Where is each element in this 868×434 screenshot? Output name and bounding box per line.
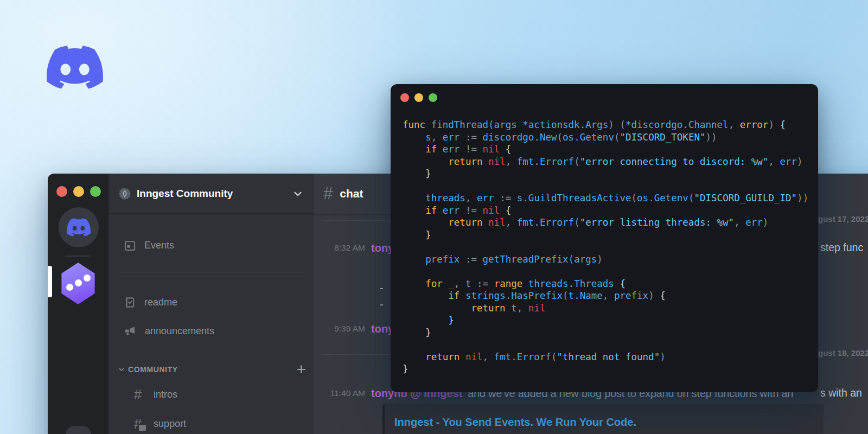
rail-divider (65, 256, 91, 257)
add-channel-button[interactable]: + (296, 361, 306, 378)
close-window-button[interactable] (56, 186, 67, 197)
close-window-button[interactable] (400, 93, 409, 102)
server-badge-icon (119, 188, 131, 200)
code-editor-content: func findThread(args *actionsdk.Args) (*… (403, 119, 814, 375)
channel-hash-icon: # (323, 184, 333, 203)
hash-icon: # (130, 387, 145, 401)
embed-title-link[interactable]: Inngest - You Send Events. We Run Your C… (394, 416, 813, 429)
discord-home-icon (67, 215, 91, 239)
link-embed: Inngest - You Send Events. We Run Your C… (382, 404, 824, 434)
list-bullet: - (380, 298, 384, 311)
sidebar-item-announcements[interactable]: announcements (124, 320, 306, 342)
discord-home-button[interactable] (59, 207, 99, 247)
events-label: Events (144, 240, 174, 251)
chat-bubble-badge (138, 424, 147, 432)
message-timestamp: 9:39 AM (314, 324, 365, 334)
minimize-window-button[interactable] (73, 186, 84, 197)
discord-logo-icon (47, 39, 103, 95)
message-text-fragment: step func (820, 241, 863, 254)
calendar-icon (124, 239, 136, 252)
sidebar-item-events[interactable]: Events (124, 234, 306, 256)
zoom-window-button[interactable] (90, 186, 101, 197)
page-canvas: Inngest Community Events r (0, 0, 868, 434)
code-window: func findThread(args *actionsdk.Args) (*… (391, 84, 818, 392)
inngest-dot (75, 279, 82, 286)
inngest-dot (84, 275, 91, 282)
readme-label: readme (144, 297, 177, 308)
megaphone-icon (124, 324, 137, 337)
intros-label: intros (154, 389, 177, 400)
community-label: COMMUNITY (128, 365, 293, 374)
zoom-window-button[interactable] (429, 93, 437, 102)
hash-chat-icon: # (130, 417, 145, 431)
announcements-label: announcements (145, 326, 214, 337)
category-community[interactable]: COMMUNITY + (118, 359, 306, 380)
chevron-down-icon (118, 366, 125, 373)
server-header[interactable]: Inngest Community (108, 174, 314, 214)
channel-name: chat (340, 187, 363, 200)
next-server-peek[interactable] (66, 426, 91, 434)
server-rail (48, 174, 108, 434)
message-timestamp: 11:40 AM (314, 388, 365, 398)
support-label: support (154, 418, 186, 430)
sidebar-item-readme[interactable]: readme (124, 291, 306, 313)
sidebar-item-intros[interactable]: # intros (130, 384, 306, 405)
message-text-fragment: s with an (820, 387, 862, 399)
chevron-down-icon[interactable] (292, 188, 304, 200)
message-timestamp: 8:32 AM (314, 243, 365, 253)
inngest-dot (66, 284, 73, 291)
sidebar-item-support[interactable]: # support (130, 413, 306, 434)
active-server-pill (48, 266, 52, 297)
list-bullet: - (380, 282, 384, 295)
window-controls (400, 93, 437, 102)
server-name: Inngest Community (137, 188, 292, 200)
sidebar-divider (117, 272, 307, 272)
window-controls (56, 186, 101, 197)
minimize-window-button[interactable] (414, 93, 423, 102)
channel-sidebar: Inngest Community Events r (108, 174, 314, 434)
book-check-icon (124, 296, 136, 309)
inngest-server-button[interactable] (60, 263, 97, 304)
